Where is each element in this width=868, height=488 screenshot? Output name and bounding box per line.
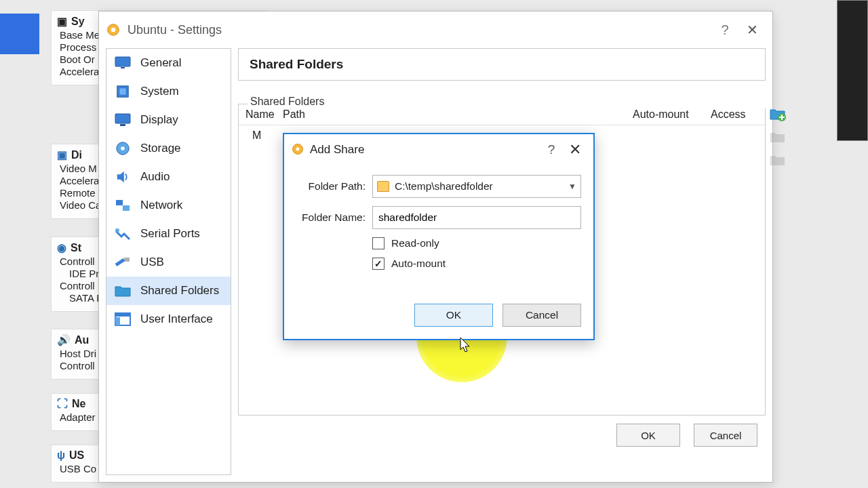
dialog-title: Add Share <box>310 143 539 157</box>
sidebar-item-label: User Interface <box>140 312 213 326</box>
folder-path-value: C:\temp\sharedfolder <box>395 180 568 192</box>
svg-rect-16 <box>115 317 120 325</box>
sidebar-item-usb[interactable]: USB <box>106 248 231 277</box>
page-heading: Shared Folders <box>238 48 766 81</box>
readonly-label: Read-only <box>391 237 439 249</box>
folder-icon <box>113 283 132 298</box>
display-icon <box>113 113 132 127</box>
checkbox-icon <box>372 237 384 249</box>
usb-icon: ψ <box>57 449 65 462</box>
monitor-icon <box>113 56 132 70</box>
dialog-cancel-button[interactable]: Cancel <box>502 304 581 327</box>
automount-label: Auto-mount <box>391 258 446 270</box>
chip-icon: ▣ <box>57 15 67 28</box>
add-share-dialog: Add Share ? ✕ Folder Path: C:\temp\share… <box>283 133 595 340</box>
dialog-ok-button[interactable]: OK <box>414 304 493 327</box>
disk-icon <box>113 141 132 156</box>
network-icon <box>113 198 132 213</box>
svg-point-12 <box>115 228 119 232</box>
chevron-down-icon: ▼ <box>568 182 576 191</box>
svg-point-19 <box>296 147 300 150</box>
group-label: Shared Folders <box>248 96 772 108</box>
bg-panel-right <box>837 0 868 141</box>
monitor-icon: ▣ <box>57 148 67 161</box>
sidebar-item-label: System <box>140 85 179 98</box>
col-name[interactable]: Name <box>245 108 283 121</box>
serial-icon <box>113 226 132 241</box>
dialog-titlebar: Add Share ? ✕ <box>284 134 593 165</box>
disk-icon: ◉ <box>57 241 66 254</box>
speaker-icon: 🔊 <box>57 333 71 346</box>
usb-icon <box>113 255 132 270</box>
svg-rect-3 <box>121 67 125 68</box>
sidebar-item-label: Network <box>140 199 182 212</box>
dialog-help-button[interactable]: ? <box>539 142 564 157</box>
titlebar: Ubuntu - Settings ? ✕ <box>99 12 772 48</box>
remove-folder-button <box>768 150 788 169</box>
readonly-checkbox[interactable]: Read-only <box>372 237 581 249</box>
footer: OK Cancel <box>238 415 766 447</box>
chip-icon <box>113 84 132 99</box>
sidebar-item-label: USB <box>140 256 164 269</box>
col-auto[interactable]: Auto-mount <box>633 108 711 121</box>
window-title: Ubuntu - Settings <box>127 23 711 37</box>
row-text: M <box>252 129 261 141</box>
svg-rect-15 <box>115 313 130 317</box>
dialog-close-button[interactable]: ✕ <box>564 141 587 159</box>
sidebar-item-label: Storage <box>140 142 181 155</box>
sidebar-item-audio[interactable]: Audio <box>106 163 231 191</box>
sidebar-item-serial[interactable]: Serial Ports <box>106 220 231 248</box>
svg-point-1 <box>111 28 115 32</box>
svg-rect-7 <box>120 124 125 126</box>
automount-checkbox[interactable]: ✓ Auto-mount <box>372 258 581 270</box>
sidebar: General System Display Storage Audio Net… <box>106 48 231 475</box>
folder-icon <box>377 181 389 192</box>
svg-rect-6 <box>115 114 130 123</box>
folder-name-input[interactable] <box>372 206 581 229</box>
sidebar-item-label: Serial Ports <box>140 227 200 241</box>
sidebar-item-storage[interactable]: Storage <box>106 134 231 163</box>
sidebar-item-label: General <box>140 56 181 70</box>
sidebar-item-label: Display <box>140 113 178 127</box>
layout-icon <box>113 312 132 327</box>
sidebar-item-shared-folders[interactable]: Shared Folders <box>106 277 231 305</box>
side-toolbar <box>768 104 792 169</box>
svg-rect-11 <box>123 205 130 211</box>
checkbox-checked-icon: ✓ <box>372 258 384 270</box>
sidebar-item-label: Audio <box>140 170 170 184</box>
sidebar-item-network[interactable]: Network <box>106 191 231 220</box>
cancel-button[interactable]: Cancel <box>694 424 757 447</box>
help-button[interactable]: ? <box>711 22 738 38</box>
speaker-icon <box>113 169 132 184</box>
svg-point-9 <box>121 146 125 150</box>
network-icon: ⛶ <box>57 398 68 410</box>
gear-icon <box>106 22 121 37</box>
close-button[interactable]: ✕ <box>738 22 766 38</box>
svg-rect-10 <box>116 200 123 205</box>
bg-accent <box>0 14 39 54</box>
sidebar-item-general[interactable]: General <box>106 49 231 77</box>
col-access[interactable]: Access <box>711 108 758 121</box>
sidebar-item-display[interactable]: Display <box>106 106 231 134</box>
edit-folder-button <box>768 127 788 146</box>
folder-name-label: Folder Name: <box>299 211 372 224</box>
ok-button[interactable]: OK <box>616 424 680 447</box>
svg-rect-2 <box>115 57 130 66</box>
sidebar-item-system[interactable]: System <box>106 77 231 106</box>
gear-icon <box>291 142 304 158</box>
col-path[interactable]: Path <box>283 108 633 121</box>
svg-rect-5 <box>119 88 125 94</box>
sidebar-item-ui[interactable]: User Interface <box>106 305 231 333</box>
sidebar-item-label: Shared Folders <box>140 284 219 298</box>
folder-path-dropdown[interactable]: C:\temp\sharedfolder ▼ <box>372 175 581 198</box>
folder-path-label: Folder Path: <box>299 180 372 192</box>
